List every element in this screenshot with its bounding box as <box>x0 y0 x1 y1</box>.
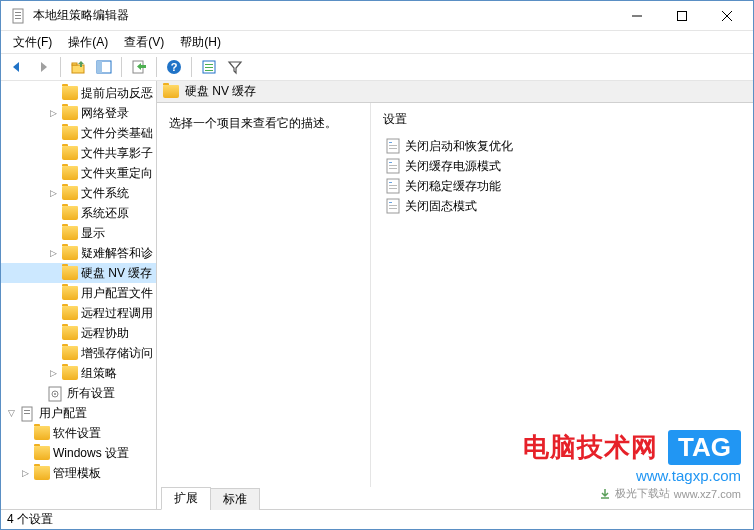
tree-item-label: 显示 <box>81 225 105 242</box>
svg-rect-11 <box>97 61 102 73</box>
no-toggle <box>47 327 59 339</box>
tree-item[interactable]: ▷管理模板 <box>1 463 156 483</box>
tree-item[interactable]: ▽用户配置 <box>1 403 156 423</box>
setting-item[interactable]: 关闭固态模式 <box>383 196 741 216</box>
no-toggle <box>47 227 59 239</box>
folder-icon <box>62 106 78 120</box>
svg-rect-28 <box>389 148 397 149</box>
no-toggle <box>47 207 59 219</box>
svg-rect-27 <box>389 145 397 146</box>
svg-rect-26 <box>389 142 392 143</box>
titlebar: 本地组策略编辑器 <box>1 1 753 31</box>
svg-rect-9 <box>72 63 77 65</box>
setting-item[interactable]: 关闭稳定缓存功能 <box>383 176 741 196</box>
tree-item-label: 用户配置文件 <box>81 285 153 302</box>
tree-item-label: Windows 设置 <box>53 445 129 462</box>
minimize-button[interactable] <box>614 2 659 30</box>
no-toggle <box>19 447 31 459</box>
setting-item[interactable]: 关闭启动和恢复优化 <box>383 136 741 156</box>
svg-rect-8 <box>72 65 84 73</box>
tree-item[interactable]: ▷文件系统 <box>1 183 156 203</box>
no-toggle <box>47 287 59 299</box>
svg-rect-38 <box>389 202 392 203</box>
no-toggle <box>47 127 59 139</box>
main-pane: 硬盘 NV 缓存 选择一个项目来查看它的描述。 设置 关闭启动和恢复优化关闭缓存… <box>157 81 753 509</box>
up-button[interactable] <box>66 55 90 79</box>
tab-extended[interactable]: 扩展 <box>161 487 211 510</box>
tree-item[interactable]: 用户配置文件 <box>1 283 156 303</box>
tree-item[interactable]: ▷疑难解答和诊 <box>1 243 156 263</box>
tree-item[interactable]: ▷组策略 <box>1 363 156 383</box>
svg-text:?: ? <box>171 61 178 73</box>
tree-item[interactable]: ▷网络登录 <box>1 103 156 123</box>
menu-file[interactable]: 文件(F) <box>5 32 60 53</box>
tree-item[interactable]: 增强存储访问 <box>1 343 156 363</box>
maximize-button[interactable] <box>659 2 704 30</box>
svg-rect-23 <box>24 410 30 411</box>
folder-icon <box>62 226 78 240</box>
forward-button[interactable] <box>31 55 55 79</box>
tree-item[interactable]: 软件设置 <box>1 423 156 443</box>
folder-icon <box>62 146 78 160</box>
tree-item[interactable]: 提前启动反恶 <box>1 83 156 103</box>
back-button[interactable] <box>5 55 29 79</box>
menu-help[interactable]: 帮助(H) <box>172 32 229 53</box>
collapse-icon[interactable]: ▽ <box>5 407 17 419</box>
tree-item[interactable]: 所有设置 <box>1 383 156 403</box>
expand-icon[interactable]: ▷ <box>47 187 59 199</box>
close-button[interactable] <box>704 2 749 30</box>
expand-icon[interactable]: ▷ <box>47 247 59 259</box>
svg-rect-34 <box>389 182 392 183</box>
menubar: 文件(F) 操作(A) 查看(V) 帮助(H) <box>1 31 753 53</box>
menu-view[interactable]: 查看(V) <box>116 32 172 53</box>
show-hide-tree-button[interactable] <box>92 55 116 79</box>
tree-item[interactable]: 远程过程调用 <box>1 303 156 323</box>
tree-item[interactable]: 显示 <box>1 223 156 243</box>
tree-item[interactable]: 远程协助 <box>1 323 156 343</box>
expand-icon[interactable]: ▷ <box>47 367 59 379</box>
folder-icon <box>62 186 78 200</box>
expand-icon[interactable]: ▷ <box>47 107 59 119</box>
tree-pane[interactable]: 提前启动反恶▷网络登录文件分类基础文件共享影子文件夹重定向▷文件系统系统还原显示… <box>1 81 157 509</box>
folder-icon <box>62 346 78 360</box>
setting-label: 关闭启动和恢复优化 <box>405 138 513 155</box>
no-toggle <box>47 347 59 359</box>
toolbar-separator <box>191 57 192 77</box>
svg-rect-35 <box>389 185 397 186</box>
tree-item[interactable]: 硬盘 NV 缓存 <box>1 263 156 283</box>
tree-item-label: 文件系统 <box>81 185 129 202</box>
bottom-tabs: 扩展 标准 <box>157 487 753 509</box>
no-toggle <box>47 87 59 99</box>
svg-rect-36 <box>389 188 397 189</box>
tree-item-label: 文件夹重定向 <box>81 165 153 182</box>
options-button[interactable] <box>197 55 221 79</box>
policy-icon <box>385 178 401 194</box>
settings-column: 设置 关闭启动和恢复优化关闭缓存电源模式关闭稳定缓存功能关闭固态模式 <box>371 103 753 487</box>
tab-standard[interactable]: 标准 <box>210 488 260 510</box>
tree-item[interactable]: Windows 设置 <box>1 443 156 463</box>
folder-icon <box>163 85 179 98</box>
svg-rect-24 <box>24 413 30 414</box>
menu-action[interactable]: 操作(A) <box>60 32 116 53</box>
svg-rect-16 <box>205 64 213 65</box>
no-toggle <box>47 167 59 179</box>
tree-item-label: 所有设置 <box>67 385 115 402</box>
tree-item[interactable]: 文件分类基础 <box>1 123 156 143</box>
tree-item-label: 管理模板 <box>53 465 101 482</box>
filter-button[interactable] <box>223 55 247 79</box>
tree-item[interactable]: 文件夹重定向 <box>1 163 156 183</box>
export-button[interactable] <box>127 55 151 79</box>
folder-icon <box>62 366 78 380</box>
svg-rect-1 <box>15 12 21 13</box>
folder-icon <box>62 286 78 300</box>
help-button[interactable]: ? <box>162 55 186 79</box>
no-toggle <box>33 387 45 399</box>
tree-item-label: 疑难解答和诊 <box>81 245 153 262</box>
expand-icon[interactable]: ▷ <box>19 467 31 479</box>
tree-item[interactable]: 系统还原 <box>1 203 156 223</box>
tree-item-label: 网络登录 <box>81 105 129 122</box>
setting-item[interactable]: 关闭缓存电源模式 <box>383 156 741 176</box>
tree-item-label: 远程过程调用 <box>81 305 153 322</box>
tree-item-label: 增强存储访问 <box>81 345 153 362</box>
tree-item[interactable]: 文件共享影子 <box>1 143 156 163</box>
